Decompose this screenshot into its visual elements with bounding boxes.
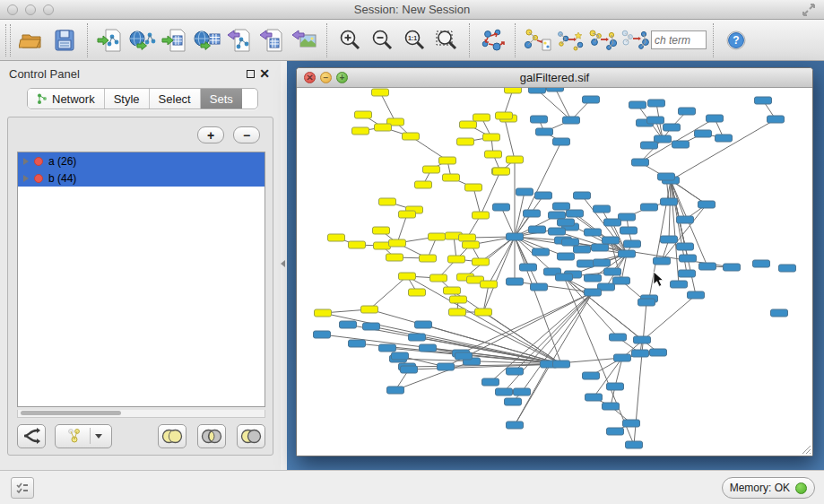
graph-node-yellow[interactable] xyxy=(444,287,461,294)
graph-node-yellow[interactable] xyxy=(485,151,502,158)
graph-node-yellow[interactable] xyxy=(374,242,391,249)
graph-edge[interactable] xyxy=(515,282,593,292)
export-network-button[interactable] xyxy=(223,23,256,57)
set-row-b[interactable]: b (44) xyxy=(18,169,265,187)
graph-node-blue[interactable] xyxy=(664,124,681,131)
expander-icon[interactable] xyxy=(23,175,29,182)
remove-set-button[interactable]: − xyxy=(233,126,260,143)
union-sets-button[interactable] xyxy=(158,424,186,448)
graph-node-blue[interactable] xyxy=(574,192,591,199)
graph-node-blue[interactable] xyxy=(607,383,624,390)
graph-node-yellow[interactable] xyxy=(409,289,426,296)
import-network-file-button[interactable] xyxy=(94,23,126,57)
graph-node-blue[interactable] xyxy=(379,344,396,352)
graph-node-yellow[interactable] xyxy=(379,198,396,205)
graph-node-yellow[interactable] xyxy=(423,166,440,173)
sets-list[interactable]: a (26) b (44) xyxy=(17,152,265,407)
graph-node-blue[interactable] xyxy=(707,115,724,122)
graph-node-blue[interactable] xyxy=(558,253,575,260)
graph-node-blue[interactable] xyxy=(562,239,579,246)
tab-sets[interactable]: Sets xyxy=(201,89,242,109)
graph-node-blue[interactable] xyxy=(583,96,600,103)
clone-network-button[interactable] xyxy=(554,23,586,57)
graph-node-yellow[interactable] xyxy=(449,308,466,316)
graph-node-blue[interactable] xyxy=(549,228,566,235)
graph-node-yellow[interactable] xyxy=(505,88,522,93)
graph-node-blue[interactable] xyxy=(626,441,643,448)
graph-node-yellow[interactable] xyxy=(443,174,460,181)
graph-node-blue[interactable] xyxy=(438,363,455,370)
graph-node-yellow[interactable] xyxy=(361,306,378,313)
graph-node-blue[interactable] xyxy=(779,265,796,272)
graph-node-yellow[interactable] xyxy=(460,121,477,128)
graph-node-yellow[interactable] xyxy=(399,273,416,280)
graph-node-blue[interactable] xyxy=(585,229,602,236)
graph-node-yellow[interactable] xyxy=(429,233,446,240)
graph-node-blue[interactable] xyxy=(771,309,788,317)
graph-node-yellow[interactable] xyxy=(483,134,500,141)
import-network-url-button[interactable] xyxy=(126,23,159,57)
graph-node-yellow[interactable] xyxy=(473,212,490,219)
graph-node-blue[interactable] xyxy=(553,361,570,368)
graph-node-blue[interactable] xyxy=(671,281,688,288)
graph-node-blue[interactable] xyxy=(613,277,630,284)
graph-node-blue[interactable] xyxy=(594,205,611,213)
graph-node-blue[interactable] xyxy=(753,260,770,267)
graph-node-blue[interactable] xyxy=(604,219,621,226)
graph-edge[interactable] xyxy=(397,214,407,243)
task-history-button[interactable] xyxy=(11,477,34,499)
graph-node-blue[interactable] xyxy=(624,240,641,248)
split-set-button[interactable] xyxy=(17,424,46,448)
set-row-a[interactable]: a (26) xyxy=(18,152,265,169)
graph-node-blue[interactable] xyxy=(648,100,665,107)
graph-node-yellow[interactable] xyxy=(465,184,482,191)
graph-node-blue[interactable] xyxy=(455,352,473,360)
graph-node-yellow[interactable] xyxy=(420,255,437,262)
graph-node-blue[interactable] xyxy=(507,368,524,375)
hide-selection-button[interactable] xyxy=(619,23,651,57)
graph-edge[interactable] xyxy=(501,207,515,237)
graph-node-blue[interactable] xyxy=(724,264,741,271)
graph-node-blue[interactable] xyxy=(387,387,404,394)
graph-node-yellow[interactable] xyxy=(475,308,492,316)
graph-node-blue[interactable] xyxy=(632,350,649,357)
graph-node-yellow[interactable] xyxy=(457,138,474,145)
new-network-from-selection-button[interactable] xyxy=(522,23,554,57)
graph-node-blue[interactable] xyxy=(547,88,564,91)
graph-node-blue[interactable] xyxy=(507,421,524,429)
graph-node-blue[interactable] xyxy=(524,210,541,217)
expander-icon[interactable] xyxy=(23,158,29,165)
graph-node-blue[interactable] xyxy=(553,138,570,145)
graph-edge[interactable] xyxy=(490,292,593,382)
graph-node-yellow[interactable] xyxy=(415,181,432,188)
graph-node-blue[interactable] xyxy=(516,188,533,196)
graph-node-blue[interactable] xyxy=(619,250,636,257)
graph-node-blue[interactable] xyxy=(654,257,671,265)
graph-node-blue[interactable] xyxy=(716,135,733,142)
graph-node-yellow[interactable] xyxy=(473,258,490,265)
graph-node-blue[interactable] xyxy=(695,130,712,137)
graph-node-blue[interactable] xyxy=(553,203,570,210)
tab-style[interactable]: Style xyxy=(105,89,150,109)
graph-edge[interactable] xyxy=(483,284,489,312)
panel-splitter[interactable] xyxy=(281,61,287,470)
graph-node-blue[interactable] xyxy=(556,274,573,281)
tab-select[interactable]: Select xyxy=(150,89,201,109)
graph-node-blue[interactable] xyxy=(583,372,600,379)
graph-edge[interactable] xyxy=(662,204,707,261)
graph-node-blue[interactable] xyxy=(577,260,594,267)
tab-network[interactable]: Network xyxy=(28,89,105,109)
export-image-button[interactable] xyxy=(288,23,320,57)
graph-node-yellow[interactable] xyxy=(315,309,332,317)
graph-node-blue[interactable] xyxy=(482,378,499,386)
graph-edge[interactable] xyxy=(369,276,407,309)
graph-node-blue[interactable] xyxy=(661,198,678,205)
graph-node-blue[interactable] xyxy=(529,226,546,233)
graph-node-yellow[interactable] xyxy=(507,156,524,163)
graph-node-yellow[interactable] xyxy=(373,227,390,234)
graph-node-blue[interactable] xyxy=(349,340,366,347)
minimize-window-button[interactable] xyxy=(25,4,36,15)
float-panel-icon[interactable] xyxy=(243,66,257,81)
frame-close-button[interactable]: ✕ xyxy=(304,72,316,83)
graph-node-blue[interactable] xyxy=(641,142,658,149)
